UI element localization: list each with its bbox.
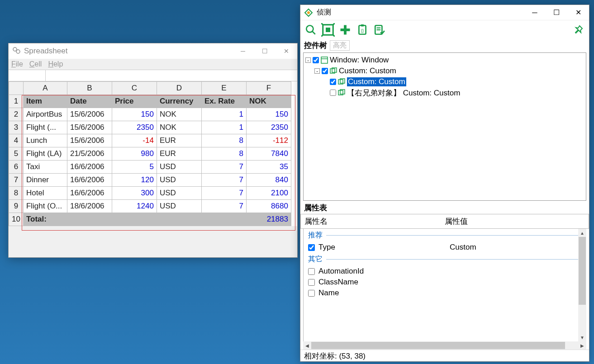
cell[interactable]: Item	[23, 95, 67, 108]
maximize-button[interactable]: ☐	[254, 43, 276, 59]
minimize-button[interactable]: ─	[232, 43, 254, 59]
scroll-down-icon[interactable]: ▼	[578, 333, 586, 341]
tree-checkbox[interactable]	[330, 90, 336, 96]
menu-file[interactable]: File	[11, 60, 23, 68]
cell[interactable]	[67, 213, 112, 226]
scroll-left-icon[interactable]: ◀	[303, 341, 311, 350]
cell[interactable]: USD	[157, 187, 201, 200]
cell[interactable]: 7	[201, 161, 246, 174]
cell[interactable]	[112, 213, 157, 226]
cell[interactable]: Price	[112, 95, 157, 108]
cell[interactable]: 150	[112, 108, 157, 121]
name-box[interactable]	[9, 70, 46, 81]
cell[interactable]: 7	[201, 174, 246, 187]
cell[interactable]: Total:	[23, 213, 67, 226]
cell[interactable]: 16/6/2006	[67, 187, 112, 200]
tree-checkbox[interactable]	[330, 79, 336, 85]
cell[interactable]: 2100	[246, 187, 291, 200]
prop-row-type[interactable]: Type Custom	[304, 242, 586, 253]
validate-icon[interactable]	[372, 22, 387, 38]
control-tree[interactable]: - Window: Window - Custom: Custom Custom…	[303, 52, 586, 201]
row-header-1[interactable]: 1	[9, 95, 24, 108]
cell[interactable]: EUR	[157, 134, 201, 147]
col-header-f[interactable]: F	[246, 82, 291, 95]
maximize-button[interactable]: ☐	[546, 5, 567, 20]
cell[interactable]: 15/6/2006	[67, 134, 112, 147]
cell[interactable]: Dinner	[23, 174, 67, 187]
cell[interactable]: Hotel	[23, 187, 67, 200]
cell[interactable]: NOK	[157, 121, 201, 134]
row-header-9[interactable]: 9	[9, 200, 24, 213]
cell[interactable]: 7	[201, 200, 246, 213]
cell[interactable]: 7	[201, 187, 246, 200]
props-header-name[interactable]: 属性名	[301, 214, 441, 228]
cell[interactable]: Flight (O...	[23, 200, 67, 213]
row-header-7[interactable]: 7	[9, 174, 24, 187]
cell[interactable]: 15/6/2006	[67, 108, 112, 121]
cell[interactable]: 16/6/2006	[67, 161, 112, 174]
cell[interactable]: 8	[201, 134, 246, 147]
cell[interactable]: 35	[246, 161, 291, 174]
cell[interactable]: 18/6/2006	[67, 200, 112, 213]
props-group-other[interactable]: 其它	[304, 253, 586, 266]
select-all-corner[interactable]	[9, 82, 24, 95]
add-icon[interactable]	[337, 22, 353, 38]
row-header-2[interactable]: 2	[9, 108, 24, 121]
target-icon[interactable]	[320, 22, 336, 38]
cell[interactable]: 840	[246, 174, 291, 187]
col-header-c[interactable]: C	[112, 82, 157, 95]
vertical-scrollbar[interactable]: ▲ ▼	[578, 229, 586, 341]
col-header-b[interactable]: B	[67, 82, 112, 95]
minimize-button[interactable]: ─	[524, 5, 546, 20]
cell[interactable]: -14	[112, 134, 157, 147]
close-button[interactable]: ✕	[276, 43, 297, 59]
cell[interactable]: NOK	[246, 95, 291, 108]
cell[interactable]: 300	[112, 187, 157, 200]
prop-checkbox[interactable]	[308, 244, 315, 251]
cell[interactable]: 21/5/2006	[67, 147, 112, 161]
tree-node[interactable]: 【右兄弟对象】 Custom: Custom	[305, 87, 584, 98]
search-icon[interactable]	[303, 22, 318, 38]
inspector-titlebar[interactable]: 侦测 ─ ☐ ✕	[300, 5, 589, 20]
tree-node-selected[interactable]: Custom: Custom	[305, 76, 584, 87]
cell[interactable]: 8	[201, 147, 246, 161]
cell[interactable]: 5	[112, 161, 157, 174]
cell[interactable]: NOK	[157, 108, 201, 121]
tree-checkbox[interactable]	[313, 57, 319, 63]
cell[interactable]: USD	[157, 200, 201, 213]
cell[interactable]: 16/6/2006	[67, 174, 112, 187]
cell[interactable]: 1	[201, 108, 246, 121]
cell[interactable]: 21883	[246, 213, 291, 226]
col-header-e[interactable]: E	[201, 82, 246, 95]
horizontal-scrollbar[interactable]: ◀ ▶	[303, 341, 586, 350]
cell[interactable]	[201, 213, 246, 226]
spreadsheet-titlebar[interactable]: Spreadsheet ─ ☐ ✕	[9, 43, 297, 59]
formula-bar[interactable]	[46, 70, 297, 81]
cell[interactable]: Flight (...	[23, 121, 67, 134]
prop-row-name[interactable]: Name	[304, 288, 586, 298]
tree-node[interactable]: - Custom: Custom	[305, 66, 584, 76]
props-header-value[interactable]: 属性值	[441, 214, 589, 228]
cell[interactable]: Ex. Rate	[201, 95, 246, 108]
cell[interactable]: -112	[246, 134, 291, 147]
prop-checkbox[interactable]	[308, 279, 315, 286]
menu-cell[interactable]: Cell	[29, 60, 42, 68]
cell[interactable]: Taxi	[23, 161, 67, 174]
cell[interactable]: 980	[112, 147, 157, 161]
row-header-6[interactable]: 6	[9, 161, 24, 174]
cell[interactable]: Date	[67, 95, 112, 108]
col-header-d[interactable]: D	[157, 82, 201, 95]
cell[interactable]: 120	[112, 174, 157, 187]
cell[interactable]: AirportBus	[23, 108, 67, 121]
tree-checkbox[interactable]	[322, 68, 328, 74]
cell[interactable]: 8680	[246, 200, 291, 213]
row-header-5[interactable]: 5	[9, 147, 24, 161]
spreadsheet-table[interactable]: A B C D E F 1 Item Date Price Currency E…	[9, 81, 291, 226]
cell[interactable]	[157, 213, 201, 226]
scroll-right-icon[interactable]: ▶	[578, 341, 586, 350]
scroll-thumb[interactable]	[311, 342, 565, 349]
cell[interactable]: 2350	[112, 121, 157, 134]
tree-node[interactable]: - Window: Window	[305, 55, 584, 66]
cell[interactable]: 2350	[246, 121, 291, 134]
pin-icon[interactable]	[571, 22, 586, 38]
